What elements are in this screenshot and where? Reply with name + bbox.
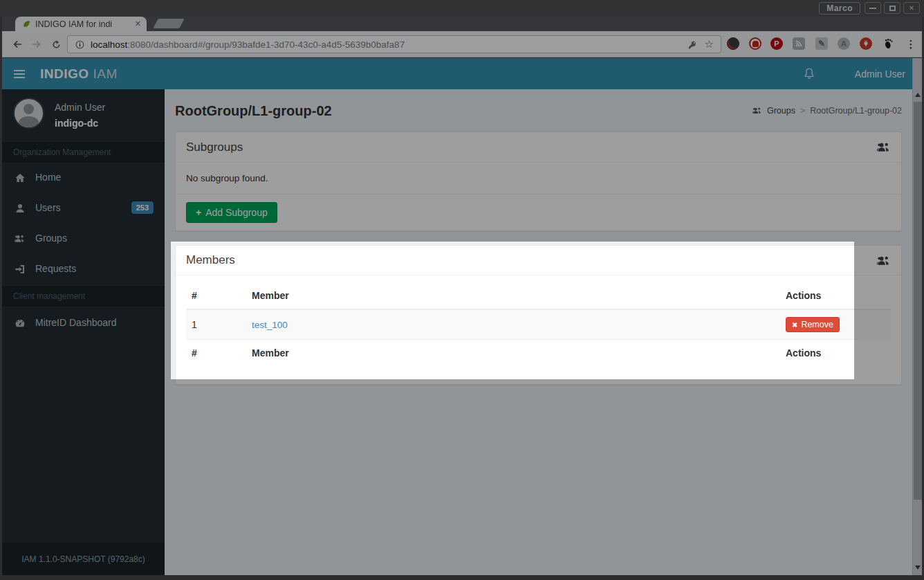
maximize-icon — [889, 6, 896, 11]
web-page: INDIGOIAM Admin User Admin User indigo-d… — [2, 58, 922, 575]
extension-rss-icon[interactable] — [793, 37, 805, 50]
url-text: localhost:8080/dashboard#/group/93bafde1… — [91, 39, 687, 50]
members-table: # Member Actions 1 test_100 — [186, 282, 891, 366]
content-header: RootGroup/L1-group-02 Groups > RootGroup… — [175, 99, 902, 123]
browser-tabstrip: INDIGO IAM for indi ✕ — [2, 17, 922, 31]
page-scrollbar[interactable] — [912, 58, 922, 575]
breadcrumb-current: RootGroup/L1-group-02 — [810, 106, 902, 116]
sidebar: Admin User indigo-dc Organization Manage… — [2, 89, 165, 575]
window-manager-label: Marco — [819, 2, 860, 15]
subgroups-panel-header: Subgroups — [176, 132, 901, 163]
tab-title: INDIGO IAM for indi — [35, 19, 132, 29]
address-bar[interactable]: localhost:8080/dashboard#/group/93bafde1… — [67, 35, 721, 53]
sidebar-section-organization: Organization Management — [2, 142, 165, 163]
brand-primary: INDIGO — [40, 66, 89, 82]
foot-col-member: Member — [246, 340, 780, 367]
breadcrumb: Groups > RootGroup/L1-group-02 — [752, 106, 902, 116]
sign-in-icon — [15, 264, 26, 275]
sidebar-user-name: Admin User — [55, 102, 105, 113]
window-maximize-button[interactable] — [884, 2, 900, 14]
remove-member-button[interactable]: ✖ Remove — [786, 317, 840, 332]
sidebar-item-groups[interactable]: Groups — [2, 224, 165, 254]
extension-disconnect-icon[interactable] — [727, 37, 739, 50]
hand-glyph — [752, 41, 759, 47]
members-table-wrap: # Member Actions 1 test_100 — [176, 275, 901, 384]
add-subgroup-button[interactable]: + Add Subgroup — [186, 202, 277, 223]
notifications-bell-icon[interactable] — [803, 67, 815, 80]
app-header: INDIGOIAM Admin User — [2, 58, 912, 89]
url-host: localhost — [91, 39, 127, 50]
subgroups-empty-text: No subgroup found. — [176, 163, 901, 194]
home-icon — [15, 172, 26, 183]
scrollbar-up-arrow[interactable] — [913, 90, 922, 100]
scrollbar-down-arrow[interactable] — [913, 563, 922, 572]
gnome-foot-icon[interactable] — [882, 37, 894, 50]
web-content: INDIGOIAM Admin User Admin User indigo-d… — [2, 58, 912, 575]
subgroups-title: Subgroups — [186, 141, 243, 154]
sidebar-item-home[interactable]: Home — [2, 163, 165, 193]
extension-compose-icon[interactable]: ✎ — [815, 37, 828, 50]
browser-chrome: INDIGO IAM for indi ✕ localhost:8080/das… — [0, 17, 924, 580]
foot-col-actions: Actions — [780, 340, 891, 367]
dashboard-gauge-icon — [15, 318, 26, 329]
user-icon — [15, 203, 26, 214]
window-titlebar[interactable]: Marco ✕ — [0, 0, 924, 17]
plus-icon: + — [196, 207, 201, 218]
password-key-icon[interactable] — [687, 39, 698, 50]
minimize-icon — [869, 8, 876, 9]
sidebar-section-client: Client management — [2, 286, 165, 307]
foot-col-index: # — [186, 340, 246, 367]
iam-version-label: IAM 1.1.0-SNAPSHOT (9792a8c) — [2, 543, 165, 575]
browser-toolbar: localhost:8080/dashboard#/group/93bafde1… — [2, 31, 922, 57]
extension-adblock-icon[interactable]: A — [838, 37, 850, 50]
back-button[interactable] — [9, 36, 26, 53]
app-brand[interactable]: INDIGOIAM — [40, 58, 118, 89]
remove-x-icon: ✖ — [792, 321, 797, 329]
window-close-button[interactable]: ✕ — [903, 2, 920, 14]
members-panel-header: Members — [176, 246, 901, 275]
scrollbar-thumb[interactable] — [914, 102, 922, 500]
application-window: Marco ✕ INDIGO IAM for indi ✕ localhost:… — [0, 0, 924, 580]
member-index: 1 — [186, 309, 246, 340]
page-title: RootGroup/L1-group-02 — [175, 103, 332, 119]
sidebar-user-panel: Admin User indigo-dc — [2, 89, 165, 141]
bookmark-star-icon[interactable]: ☆ — [705, 38, 714, 51]
url-path: :8080/dashboard#/group/93bafde1-3d70-43c… — [127, 39, 405, 50]
window-minimize-button[interactable] — [865, 2, 881, 14]
sidebar-item-users[interactable]: Users 253 — [2, 193, 165, 224]
col-header-actions: Actions — [780, 282, 891, 309]
subgroups-panel: Subgroups No subgroup found. + Add Subgr… — [175, 132, 902, 231]
sidebar-item-mitreid[interactable]: MitreID Dashboard — [2, 308, 165, 338]
forward-button[interactable] — [28, 36, 45, 53]
members-footer-row: # Member Actions — [186, 340, 891, 367]
member-row: 1 test_100 ✖ Remove — [186, 309, 891, 340]
sidebar-toggle-button[interactable] — [2, 58, 37, 89]
hamburger-icon — [14, 70, 25, 71]
members-title: Members — [186, 253, 235, 267]
col-header-member: Member — [246, 282, 780, 309]
sidebar-avatar — [13, 98, 44, 129]
members-header-row: # Member Actions — [186, 282, 891, 309]
extension-pinterest-icon[interactable]: P — [770, 37, 783, 50]
col-header-index: # — [186, 282, 246, 309]
new-tab-button[interactable] — [153, 19, 184, 28]
member-link[interactable]: test_100 — [252, 320, 288, 330]
browser-menu-icon[interactable]: ⋮ — [905, 36, 916, 53]
reload-button[interactable] — [48, 36, 64, 53]
sidebar-user-org: indigo-dc — [55, 118, 98, 129]
site-info-icon[interactable] — [75, 39, 85, 50]
navbar-user-menu[interactable]: Admin User — [855, 58, 905, 89]
users-count-badge: 253 — [131, 201, 154, 214]
browser-tab[interactable]: INDIGO IAM for indi ✕ — [15, 17, 147, 31]
breadcrumb-separator: > — [800, 106, 805, 116]
users-group-icon — [15, 233, 26, 244]
extension-plug-icon[interactable] — [860, 37, 872, 50]
sidebar-item-requests[interactable]: Requests — [2, 254, 165, 284]
extension-stop-hand-icon[interactable] — [749, 37, 761, 50]
subgroups-users-icon — [877, 141, 891, 154]
breadcrumb-groups-link[interactable]: Groups — [767, 106, 795, 116]
main-content: RootGroup/L1-group-02 Groups > RootGroup… — [165, 89, 912, 575]
members-users-icon — [877, 254, 891, 268]
tab-close-icon[interactable]: ✕ — [135, 19, 141, 28]
favicon-leaf-icon — [22, 19, 31, 28]
